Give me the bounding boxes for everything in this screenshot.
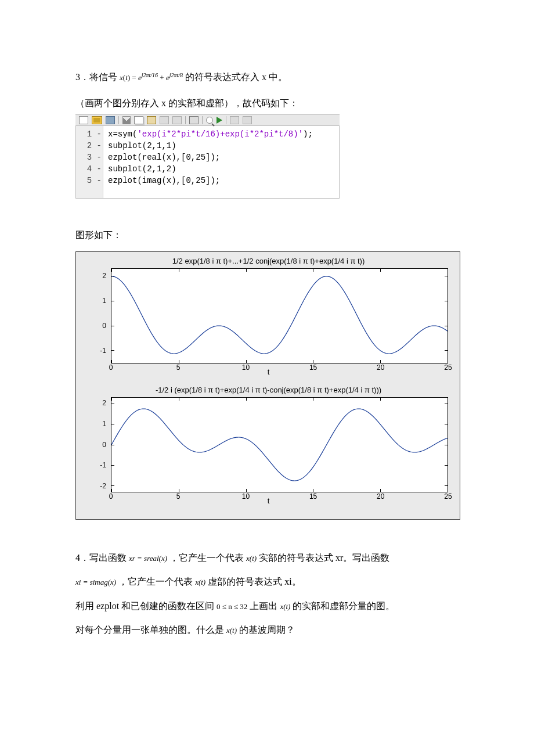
q3-expr: x(t) = ej2πt/16 + ej2πt/8 <box>120 73 183 82</box>
copy-icon[interactable] <box>134 116 143 124</box>
axes-real <box>111 268 448 363</box>
breakpoint-icon[interactable] <box>230 116 239 124</box>
q3-line1: 3．将信号 x(t) = ej2πt/16 + ej2πt/8 的符号表达式存入… <box>75 67 459 87</box>
plot-title-real: 1/2 exp(1/8 i π t)+...+1/2 conj(exp(1/8 … <box>83 257 454 265</box>
subplot-real: 1/2 exp(1/8 i π t)+...+1/2 conj(exp(1/8 … <box>83 257 454 380</box>
document-page: 3．将信号 x(t) = ej2πt/16 + ej2πt/8 的符号表达式存入… <box>0 0 534 677</box>
xlabel-imag: t <box>83 496 454 505</box>
yticks-real: -1012 <box>83 268 109 363</box>
text: 实部的符号表达式 xr。写出函数 <box>257 553 389 563</box>
q4-line3: 利用 ezplot 和已创建的函数在区间 0 ≤ n ≤ 32 上画出 x(t)… <box>75 594 459 618</box>
text: 的基波周期？ <box>237 625 295 635</box>
q3-note: （画两个图分别存入 x 的实部和虚部），故代码如下： <box>75 93 459 113</box>
save-file-icon[interactable] <box>106 116 115 124</box>
text: 4．写出函数 <box>75 553 129 563</box>
math: x(t) <box>226 626 237 635</box>
figure-caption: 图形如下： <box>75 225 459 245</box>
q4-line1: 4．写出函数 xr = sreal(x) ，它产生一个代表 x(t) 实部的符号… <box>75 546 459 570</box>
q4-block: 4．写出函数 xr = sreal(x) ，它产生一个代表 x(t) 实部的符号… <box>75 546 459 642</box>
text: 利用 ezplot 和已创建的函数在区间 <box>75 601 217 611</box>
math: xr = sreal(x) <box>129 554 167 563</box>
q4-line4: 对每个分量用一张单独的图。什么是 x(t) 的基波周期？ <box>75 618 459 642</box>
paste-icon[interactable] <box>147 116 156 124</box>
text: ，它产生一个代表 <box>167 553 246 563</box>
axes-imag <box>111 397 448 492</box>
matlab-editor: 1 - 2 - 3 - 4 - 5 - x=sym('exp(i*2*pi*t/… <box>75 114 340 199</box>
math: xi = simag(x) <box>75 578 116 586</box>
find-icon[interactable] <box>206 117 213 124</box>
math: x(t) <box>195 578 205 586</box>
text: 的实部和虚部分量的图。 <box>290 601 395 611</box>
toolbar-separator <box>118 116 119 124</box>
text: 虚部的符号表达式 xi。 <box>205 577 301 586</box>
cut-icon[interactable] <box>122 116 131 124</box>
redo-icon[interactable] <box>172 116 182 124</box>
subplot-imag: -1/2 i (exp(1/8 i π t)+exp(1/4 i π t)-co… <box>83 386 454 509</box>
toolbar-separator <box>202 116 203 124</box>
open-file-icon[interactable] <box>92 116 102 124</box>
q3-prefix: 3．将信号 <box>75 72 120 82</box>
toolbar-separator <box>185 116 186 124</box>
new-file-icon[interactable] <box>79 116 88 124</box>
q3-suffix: 的符号表达式存入 x 中。 <box>185 72 287 82</box>
stack-icon[interactable] <box>243 116 252 124</box>
text: ，它产生一个代表 <box>116 577 195 586</box>
editor-body: 1 - 2 - 3 - 4 - 5 - x=sym('exp(i*2*pi*t/… <box>75 126 340 199</box>
xlabel-real: t <box>83 368 454 376</box>
plot-title-imag: -1/2 i (exp(1/8 i π t)+exp(1/4 i π t)-co… <box>83 386 454 394</box>
line-gutter: 1 - 2 - 3 - 4 - 5 - <box>76 126 103 198</box>
print-icon[interactable] <box>189 116 199 124</box>
code-area[interactable]: x=sym('exp(i*2*pi*t/16)+exp(i*2*pi*t/8)'… <box>103 126 317 198</box>
toolbar-separator <box>226 116 226 124</box>
q4-line2: xi = simag(x) ，它产生一个代表 x(t) 虚部的符号表达式 xi。 <box>75 570 459 594</box>
editor-toolbar <box>75 114 340 126</box>
math: x(t) <box>246 554 257 563</box>
matlab-figure: 1/2 exp(1/8 i π t)+...+1/2 conj(exp(1/8 … <box>75 251 460 520</box>
undo-icon[interactable] <box>160 116 169 124</box>
math: 0 ≤ n ≤ 32 <box>217 602 247 611</box>
run-icon[interactable] <box>217 117 222 124</box>
yticks-imag: -2-1012 <box>83 397 109 492</box>
text: 对每个分量用一张单独的图。什么是 <box>75 625 226 635</box>
math: x(t) <box>280 602 290 611</box>
text: 上画出 <box>247 601 280 611</box>
